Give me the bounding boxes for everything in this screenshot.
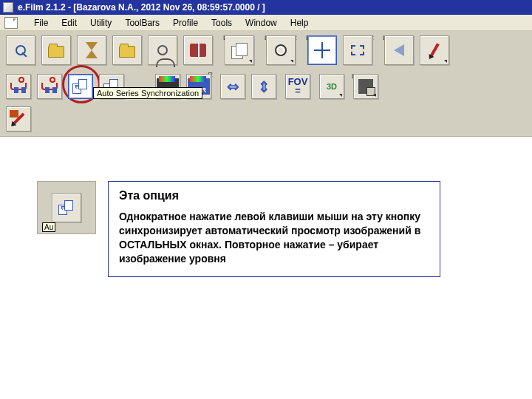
pen-icon (429, 43, 439, 57)
mdi-doc-icon[interactable] (4, 17, 18, 29)
titlebar: e.Film 2.1.2 - [Bazarova N.A., 2012 Nov … (0, 0, 532, 15)
callout-thumb-button: ⇄ (52, 193, 81, 222)
group-file (6, 35, 213, 65)
person-icon (157, 45, 168, 55)
double-arrow-h-icon: ⇔ (227, 78, 239, 95)
brightness-button[interactable] (266, 35, 296, 65)
group-brightness: L R (266, 35, 296, 65)
menu-toolbars[interactable]: ToolBars (125, 18, 160, 28)
window-title: e.Film 2.1.2 - [Bazarova N.A., 2012 Nov … (18, 2, 265, 13)
menu-file[interactable]: File (34, 18, 48, 28)
sync-icon: ⇄ (72, 79, 89, 94)
menu-window[interactable]: Window (245, 18, 277, 28)
book-icon (190, 44, 206, 57)
group-crop: L (353, 74, 378, 99)
menubar: File Edit Utility ToolBars Profile Tools… (0, 15, 532, 31)
menu-help[interactable]: Help (290, 18, 309, 28)
tooltip-auto-series-sync: Auto Series Synchronization (93, 87, 202, 99)
toolbar: L L R L R L ⇄ Auto Series Synchronizatio… (0, 31, 532, 137)
patient-button[interactable] (148, 35, 177, 65)
toolbar-row-3 (6, 106, 526, 132)
dropdown-icon (249, 60, 252, 63)
extra-tool-button[interactable] (6, 106, 31, 132)
sync-wrap: ⇄ Auto Series Synchronization (68, 74, 93, 99)
dropdown-icon (444, 60, 447, 63)
crop-icon (358, 79, 373, 94)
group-nav: L (384, 35, 449, 65)
double-arrow-v-icon: ⇔ (255, 81, 273, 93)
open-button[interactable] (41, 35, 71, 65)
group-pan: L R (307, 35, 372, 65)
fov-button[interactable]: FOV = (285, 74, 310, 99)
menu-profile[interactable]: Profile (173, 18, 198, 28)
auto-series-sync-button[interactable]: ⇄ (68, 74, 93, 99)
arrow-left-icon (394, 44, 404, 56)
scroll-v-button[interactable]: ⇔ (251, 74, 276, 99)
layout-button[interactable] (225, 35, 254, 65)
fov-icon: FOV = (288, 78, 308, 95)
magnifier-icon (16, 45, 26, 55)
callout-thumb-tip: Au (42, 222, 55, 232)
hourglass-icon (86, 42, 98, 58)
three-d-button[interactable]: 3D (319, 74, 344, 99)
dropdown-icon (339, 94, 342, 97)
callout-title: Эта опция (119, 189, 429, 202)
annotate-button[interactable] (420, 35, 449, 65)
toolbar-row-2: ⇄ Auto Series Synchronization R MPR MPR … (6, 74, 526, 99)
dropdown-icon (290, 60, 293, 63)
hanger-icon (10, 83, 27, 90)
scroll-h-button[interactable]: ⇔ (220, 74, 245, 99)
menu-edit[interactable]: Edit (61, 18, 77, 28)
callout-body: Однократное нажатие левой клавиши мыши н… (119, 210, 429, 266)
select-button[interactable] (343, 35, 372, 65)
flag-icon (10, 110, 18, 117)
group-layout: L (225, 35, 254, 65)
wait-button[interactable] (77, 35, 106, 65)
callout-area: ⇄ Au Эта опция Однократное нажатие левой… (37, 181, 532, 277)
folder-icon (48, 46, 64, 58)
folder-icon (119, 46, 135, 58)
callout-box: Эта опция Однократное нажатие левой клав… (108, 181, 440, 277)
crop-button[interactable] (353, 74, 378, 99)
hanger-icon (41, 83, 58, 90)
dropdown-icon (373, 94, 376, 97)
marquee-icon (351, 45, 364, 55)
group-fov: FOV = (285, 74, 310, 99)
hanging-2-button[interactable] (37, 74, 62, 99)
study-button[interactable] (183, 35, 213, 65)
move-icon (314, 42, 330, 58)
sync-icon: ⇄ (58, 200, 75, 215)
pages-icon (231, 43, 248, 58)
search-button[interactable] (6, 35, 35, 65)
app-icon (3, 2, 13, 13)
menu-tools[interactable]: Tools (211, 18, 232, 28)
pan-button[interactable] (307, 35, 337, 65)
group-3d: 3D (319, 74, 344, 99)
callout-thumbnail: ⇄ Au (37, 181, 96, 234)
menu-utility[interactable]: Utility (90, 18, 112, 28)
open2-button[interactable] (112, 35, 142, 65)
three-d-icon: 3D (327, 82, 337, 91)
group-scroll: ⇔ ⇔ (220, 74, 276, 99)
sun-icon (275, 44, 287, 56)
back-button[interactable] (384, 35, 414, 65)
group-hanging: ⇄ Auto Series Synchronization (6, 74, 124, 99)
hanging-1-button[interactable] (6, 74, 31, 99)
